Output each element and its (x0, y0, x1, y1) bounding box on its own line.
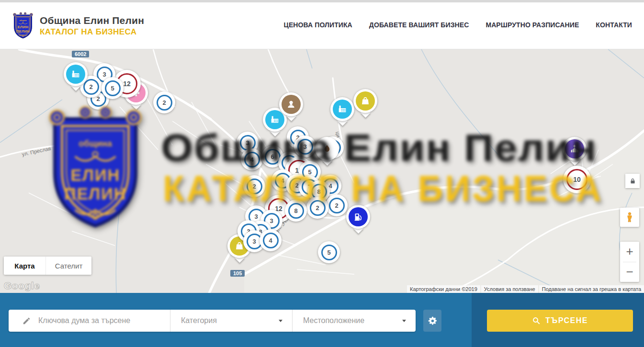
report-error-link[interactable]: Подаване на сигнал за грешка в картата (539, 285, 644, 293)
cluster-marker[interactable]: 3 (294, 135, 316, 157)
search-bar: Категория Местоположение ТЪРСЕНЕ (0, 293, 644, 347)
pegman-icon (624, 212, 635, 223)
keyword-search-input[interactable] (38, 316, 170, 325)
cluster-count: 5 (111, 85, 114, 92)
lock-button[interactable] (625, 174, 640, 188)
cluster-count: 3 (254, 213, 258, 220)
lock-icon (629, 178, 636, 185)
cluster-marker[interactable]: 4 (260, 229, 282, 251)
cluster-count: 3 (102, 71, 106, 78)
zoom-out-button[interactable]: − (620, 262, 639, 282)
search-button-label: ТЪРСЕНЕ (545, 316, 588, 325)
cluster-marker[interactable]: 2 (153, 91, 175, 113)
cluster-count: 2 (252, 183, 256, 190)
location-select-value: Местоположение (303, 316, 364, 325)
cluster-count: 2 (89, 83, 92, 90)
window-frame-top (0, 0, 644, 2)
marker-layer: 2123252233546713542274822128338334510 (0, 49, 644, 293)
shopping-bag-icon (356, 91, 375, 111)
cluster-marker[interactable]: 4 (241, 148, 263, 170)
fuel-pin[interactable] (346, 205, 370, 229)
municipality-emblem-icon (12, 11, 34, 40)
google-map[interactable]: 6002 105 ул. Преслав бул. „Новосел ци 21… (0, 49, 644, 293)
pin-body (279, 92, 303, 116)
church-pin[interactable] (563, 137, 587, 161)
cluster-count: 5 (308, 168, 311, 176)
flame-icon (317, 139, 337, 158)
attribution-copyright: Картографски данни ©2019 (407, 285, 480, 293)
cluster-count: 2 (335, 202, 338, 209)
cluster-count: 3 (246, 139, 249, 146)
logo-text: Община Елин Пелин КАТАЛОГ НА БИЗНЕСА (40, 15, 144, 37)
location-select[interactable]: Местоположение (292, 310, 416, 332)
cluster-marker[interactable]: 5 (318, 241, 340, 263)
pin-body (353, 89, 377, 113)
cluster-count: 10 (573, 176, 581, 183)
cluster-count: 2 (162, 99, 166, 106)
site-title: Община Елин Пелин (40, 15, 144, 26)
cluster-count: 8 (317, 188, 320, 195)
nav-item-route-schedule[interactable]: МАРШРУТНО РАЗПИСАНИЕ (486, 21, 579, 29)
cluster-marker[interactable]: 5 (102, 77, 124, 99)
factory-icon (333, 100, 352, 119)
zoom-control: + − (620, 242, 639, 282)
advanced-settings-button[interactable] (423, 310, 441, 332)
site-logo[interactable]: Община Елин Пелин КАТАЛОГ НА БИЗНЕСА (12, 11, 144, 40)
cluster-count: 4 (250, 156, 253, 163)
cluster-marker[interactable]: 2 (326, 194, 348, 216)
cluster-marker[interactable]: 2 (243, 175, 265, 197)
gear-icon (428, 316, 438, 326)
page: Община Елин Пелин КАТАЛОГ НА БИЗНЕСА ЦЕН… (0, 0, 644, 347)
street-view-pegman-button[interactable] (620, 208, 639, 227)
map-type-satellite-button[interactable]: Сателит (45, 257, 91, 275)
factory-pin[interactable] (64, 62, 88, 86)
chevron-down-icon (279, 320, 282, 322)
nav-item-add-business[interactable]: ДОБАВЕТЕ ВАШИЯТ БИЗНЕС (369, 21, 469, 29)
factory-pin[interactable] (330, 97, 354, 121)
search-input-group: Категория Местоположение (9, 310, 416, 332)
cluster-count: 6 (271, 153, 274, 160)
category-select[interactable]: Категория (170, 310, 292, 332)
fuel-icon (349, 207, 368, 226)
cluster-count: 12 (123, 80, 131, 88)
worker-pin[interactable] (279, 92, 303, 116)
flame-pin[interactable] (315, 137, 339, 161)
zoom-in-button[interactable]: + (620, 242, 639, 262)
chevron-down-icon (402, 320, 406, 322)
map-type-control: Карта Сателит (4, 257, 91, 275)
worker-icon (282, 95, 301, 114)
cluster-count: 2 (316, 204, 319, 212)
church-icon (565, 139, 584, 158)
nav-item-pricing[interactable]: ЦЕНОВА ПОЛИТИКА (284, 21, 352, 29)
cluster-count: 4 (269, 237, 272, 244)
main-nav: ЦЕНОВА ПОЛИТИКА ДОБАВЕТЕ ВАШИЯТ БИЗНЕС М… (284, 0, 632, 49)
cluster-marker[interactable]: 10 (563, 166, 591, 193)
cluster-marker[interactable]: 2 (306, 197, 328, 219)
pin-body (563, 137, 587, 161)
nav-item-contacts[interactable]: КОНТАКТИ (596, 21, 632, 29)
cluster-count: 3 (303, 143, 306, 150)
search-button[interactable]: ТЪРСЕНЕ (487, 310, 633, 332)
pin-body (330, 97, 354, 121)
shopping-bag-pin[interactable] (353, 89, 377, 113)
cluster-count: 8 (294, 207, 297, 214)
cluster-marker[interactable]: 8 (285, 200, 307, 222)
pencil-icon (22, 316, 31, 325)
terms-link[interactable]: Условия за ползване (481, 285, 538, 293)
cluster-count: 2 (96, 95, 100, 102)
map-type-map-button[interactable]: Карта (4, 257, 45, 275)
keyword-segment (9, 310, 170, 332)
pin-body (346, 205, 370, 229)
map-attribution: Картографски данни ©2019 Условия за полз… (407, 285, 644, 293)
cluster-count: 3 (270, 217, 273, 224)
pin-body (315, 137, 339, 161)
pin-body (64, 62, 88, 86)
factory-icon (66, 65, 85, 84)
cluster-count: 5 (327, 249, 330, 256)
site-subtitle: КАТАЛОГ НА БИЗНЕСА (40, 27, 144, 37)
category-select-value: Категория (181, 316, 217, 325)
google-logo[interactable]: Google (4, 280, 40, 291)
search-icon (532, 316, 541, 325)
site-header: Община Елин Пелин КАТАЛОГ НА БИЗНЕСА ЦЕН… (0, 0, 644, 49)
cluster-count: 3 (252, 238, 256, 245)
